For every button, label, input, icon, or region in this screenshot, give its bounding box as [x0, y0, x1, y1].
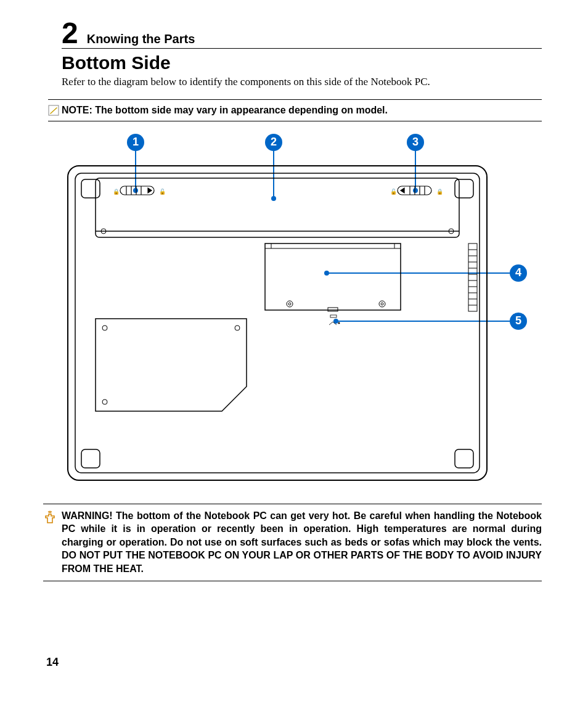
svg-rect-55: [330, 315, 337, 317]
svg-rect-32: [455, 179, 473, 198]
svg-rect-31: [81, 179, 100, 198]
svg-rect-35: [468, 243, 477, 311]
note-block: NOTE: The bottom side may vary in appear…: [48, 99, 542, 121]
svg-point-50: [287, 301, 293, 307]
callout-4: 4: [510, 264, 527, 282]
page-number: 14: [46, 656, 59, 669]
callout-2: 2: [265, 134, 282, 151]
manual-page: 2 Knowing the Parts Bottom Side Refer to…: [0, 0, 588, 712]
svg-point-52: [379, 301, 385, 307]
svg-rect-12: [75, 173, 480, 473]
svg-point-57: [102, 325, 107, 330]
svg-text:🔓: 🔓: [390, 188, 398, 195]
svg-rect-11: [68, 166, 487, 480]
svg-point-58: [235, 325, 240, 330]
chapter-number: 2: [62, 18, 78, 48]
bottom-diagram: 1 2 3 4 5: [62, 134, 542, 491]
svg-text:🔒: 🔒: [113, 188, 120, 195]
svg-point-56: [338, 322, 340, 324]
svg-point-8: [324, 271, 329, 276]
svg-text:🔒: 🔒: [436, 188, 444, 195]
svg-point-51: [288, 303, 291, 305]
svg-point-6: [413, 188, 418, 193]
note-text: NOTE: The bottom side may vary in appear…: [62, 104, 388, 117]
section-intro: Refer to the diagram below to identify t…: [62, 76, 542, 88]
warning-icon: [43, 509, 62, 576]
note-icon: [48, 104, 62, 116]
svg-text:🔓: 🔓: [159, 188, 166, 195]
svg-rect-46: [265, 243, 401, 310]
svg-rect-13: [96, 178, 459, 237]
svg-point-4: [271, 196, 276, 201]
svg-rect-54: [328, 308, 338, 311]
warning-text: WARNING! The bottom of the Notebook PC c…: [62, 509, 542, 576]
svg-rect-34: [455, 449, 473, 468]
callout-1: 1: [127, 134, 144, 151]
svg-point-59: [102, 399, 107, 404]
section-title: Bottom Side: [62, 52, 542, 73]
svg-point-53: [381, 303, 383, 305]
callout-3: 3: [407, 134, 424, 151]
svg-point-2: [133, 188, 138, 193]
diagram-svg: 🔒 🔓 🔓 🔒: [62, 134, 542, 491]
svg-rect-33: [81, 449, 100, 468]
callout-5: 5: [510, 313, 527, 330]
chapter-header: 2 Knowing the Parts: [62, 18, 542, 49]
chapter-title: Knowing the Parts: [87, 32, 195, 46]
warning-block: WARNING! The bottom of the Notebook PC c…: [43, 504, 542, 581]
